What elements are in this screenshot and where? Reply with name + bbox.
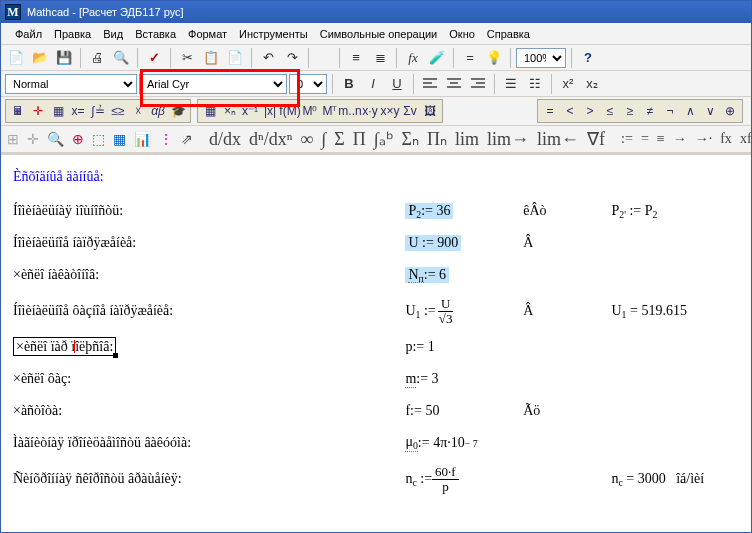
int-icon[interactable]: ∫ bbox=[321, 129, 326, 150]
bool-icon[interactable]: ≤≥ bbox=[109, 102, 127, 120]
prog-icon[interactable]: ☓ bbox=[129, 102, 147, 120]
fn-icon[interactable]: f(M) bbox=[281, 102, 299, 120]
sumr-icon[interactable]: Σₙ bbox=[402, 128, 419, 150]
selected-region[interactable]: ×èñëî ïàð ïîëþñîâ: bbox=[13, 337, 116, 356]
save-button[interactable]: 💾 bbox=[53, 47, 75, 68]
ge-icon[interactable]: ≥ bbox=[621, 102, 639, 120]
xor-icon[interactable]: ⊕ bbox=[721, 102, 739, 120]
contour-icon[interactable]: ▦ bbox=[113, 131, 126, 148]
style-combo[interactable]: Normal bbox=[5, 74, 137, 94]
fx-button[interactable]: fx bbox=[402, 47, 424, 68]
sym-arrow-icon[interactable]: → bbox=[673, 131, 687, 147]
limr-icon[interactable]: lim→ bbox=[487, 129, 529, 150]
redo-button[interactable]: ↷ bbox=[281, 47, 303, 68]
lamp-button[interactable]: 💡 bbox=[483, 47, 505, 68]
dot-icon[interactable]: x×y bbox=[381, 102, 399, 120]
polar-icon[interactable]: ⊕ bbox=[72, 131, 84, 148]
graph-icon[interactable]: ✛ bbox=[29, 102, 47, 120]
eval-icon[interactable]: x= bbox=[69, 102, 87, 120]
liml-icon[interactable]: lim← bbox=[537, 129, 579, 150]
menu-edit[interactable]: Правка bbox=[48, 28, 97, 40]
fx-icon[interactable]: fx bbox=[720, 131, 732, 147]
plot-trace-icon[interactable]: ✛ bbox=[27, 131, 39, 148]
pic-icon[interactable]: 🖼 bbox=[421, 102, 439, 120]
menu-format[interactable]: Формат bbox=[182, 28, 233, 40]
plot-xy-icon[interactable]: ⊞ bbox=[7, 131, 19, 148]
trans-icon[interactable]: Mᵀ bbox=[321, 102, 339, 120]
menu-tools[interactable]: Инструменты bbox=[233, 28, 314, 40]
paste-button[interactable]: 📄 bbox=[224, 47, 246, 68]
greek-icon[interactable]: αβ bbox=[149, 102, 167, 120]
defint-icon[interactable]: ∫ₐᵇ bbox=[374, 128, 394, 150]
underline-button[interactable]: U bbox=[386, 73, 408, 94]
le-icon[interactable]: ≤ bbox=[601, 102, 619, 120]
subscript-button[interactable]: x₂ bbox=[581, 73, 603, 94]
global-icon[interactable]: ≡ bbox=[657, 131, 665, 147]
prod-icon[interactable]: Π bbox=[353, 129, 366, 150]
inv-icon[interactable]: x⁻¹ bbox=[241, 102, 259, 120]
and-icon[interactable]: ∧ bbox=[681, 102, 699, 120]
calc-icon[interactable]: ∫≟ bbox=[89, 102, 107, 120]
gt-icon[interactable]: > bbox=[581, 102, 599, 120]
ne-icon[interactable]: ≠ bbox=[641, 102, 659, 120]
matrix-icon[interactable]: ▦ bbox=[49, 102, 67, 120]
result-icon[interactable]: = bbox=[641, 131, 649, 147]
font-combo[interactable]: Arial Cyr bbox=[139, 74, 287, 94]
menu-window[interactable]: Окно bbox=[443, 28, 481, 40]
scatter3d-icon[interactable]: ⋮ bbox=[159, 131, 173, 148]
sub-n[interactable]: ×ₙ bbox=[221, 102, 239, 120]
align-left-button[interactable] bbox=[419, 73, 441, 94]
bar3d-icon[interactable]: 📊 bbox=[134, 131, 151, 148]
sym-icon[interactable]: 🎓 bbox=[169, 102, 187, 120]
cut-button[interactable]: ✂ bbox=[176, 47, 198, 68]
or-icon[interactable]: ∨ bbox=[701, 102, 719, 120]
sym-arrow2-icon[interactable]: →· bbox=[695, 131, 713, 147]
undo-button[interactable]: ↶ bbox=[257, 47, 279, 68]
size-combo[interactable]: 0 bbox=[289, 74, 327, 94]
calc-button[interactable]: = bbox=[459, 47, 481, 68]
worksheet[interactable]: Èñõîäíûå äàííûå: Íîìèíàëüíàÿ ìîùíîñòü: P… bbox=[1, 155, 751, 515]
menu-insert[interactable]: Вставка bbox=[129, 28, 182, 40]
col-icon[interactable]: M⁰ bbox=[301, 102, 319, 120]
superscript-button[interactable]: x² bbox=[557, 73, 579, 94]
assign-icon[interactable]: := bbox=[621, 131, 633, 147]
lt-icon[interactable]: < bbox=[561, 102, 579, 120]
grad-icon[interactable]: ∇f bbox=[587, 128, 605, 150]
menu-file[interactable]: Файл bbox=[9, 28, 48, 40]
italic-button[interactable]: I bbox=[362, 73, 384, 94]
lim-icon[interactable]: lim bbox=[455, 129, 479, 150]
abs-icon[interactable]: |x| bbox=[261, 102, 279, 120]
menu-view[interactable]: Вид bbox=[97, 28, 129, 40]
new-button[interactable]: 📄 bbox=[5, 47, 27, 68]
sumn-icon[interactable]: Σ bbox=[334, 129, 344, 150]
zoom-icon[interactable]: 🔍 bbox=[47, 131, 64, 148]
bold-button[interactable]: B bbox=[338, 73, 360, 94]
not-icon[interactable]: ¬ bbox=[661, 102, 679, 120]
open-button[interactable]: 📂 bbox=[29, 47, 51, 68]
align-right-button[interactable] bbox=[467, 73, 489, 94]
inf-icon[interactable]: ∞ bbox=[300, 129, 313, 150]
vector-icon[interactable]: ⇗ bbox=[181, 131, 193, 148]
nderiv-icon[interactable]: dⁿ/dxⁿ bbox=[249, 129, 292, 150]
help-button[interactable]: ? bbox=[577, 47, 599, 68]
xf-icon[interactable]: xf bbox=[740, 131, 752, 147]
menu-symbolic[interactable]: Символьные операции bbox=[314, 28, 444, 40]
copy-button[interactable]: 📋 bbox=[200, 47, 222, 68]
calculator-icon[interactable]: 🖩 bbox=[9, 102, 27, 120]
zoom-combo[interactable]: 100% bbox=[516, 48, 566, 68]
prodr-icon[interactable]: Πₙ bbox=[427, 128, 447, 150]
bullets-button[interactable]: ☰ bbox=[500, 73, 522, 94]
deriv-icon[interactable]: d/dx bbox=[209, 129, 241, 150]
cross-icon[interactable]: x·y bbox=[361, 102, 379, 120]
preview-button[interactable]: 🔍 bbox=[110, 47, 132, 68]
spellcheck-button[interactable]: ✓ bbox=[143, 47, 165, 68]
print-button[interactable]: 🖨 bbox=[86, 47, 108, 68]
range-icon[interactable]: m..n bbox=[341, 102, 359, 120]
eq-icon[interactable]: = bbox=[541, 102, 559, 120]
surface-icon[interactable]: ⬚ bbox=[92, 131, 105, 148]
menu-help[interactable]: Справка bbox=[481, 28, 536, 40]
numbers-button[interactable]: ☷ bbox=[524, 73, 546, 94]
align2-button[interactable]: ≣ bbox=[369, 47, 391, 68]
align-button[interactable]: ≡ bbox=[345, 47, 367, 68]
units-button[interactable]: 🧪 bbox=[426, 47, 448, 68]
